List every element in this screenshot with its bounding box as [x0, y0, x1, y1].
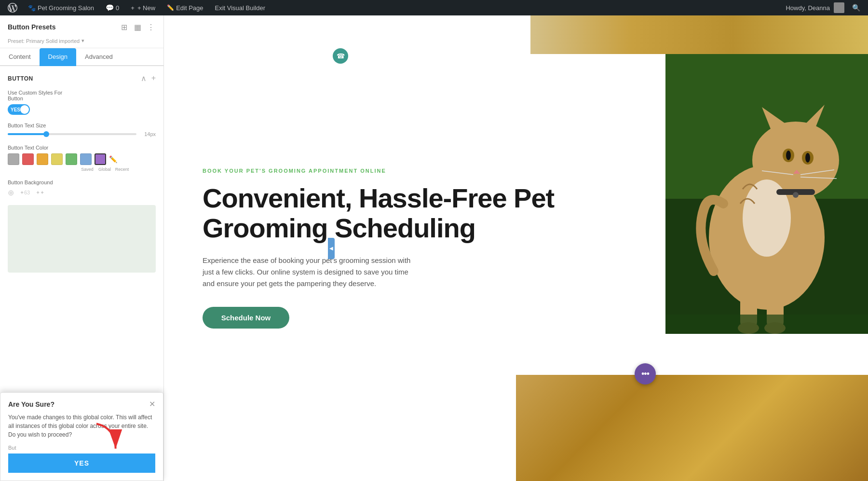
bg-gradient-icon[interactable]: ⊕: [8, 188, 14, 197]
expand-icon[interactable]: ⊞: [119, 22, 129, 32]
color-label-global: Global: [97, 167, 112, 172]
panel-title: Button Presets: [8, 23, 56, 31]
site-name-link[interactable]: 🐾 Pet Grooming Salon: [23, 0, 99, 15]
panel-header: Button Presets ⊞ ▦ ⋮ Preset: Primary Sol…: [0, 15, 163, 48]
color-label-5: [66, 167, 77, 172]
pencil-icon: ✏️: [167, 4, 174, 11]
color-label-1: [8, 167, 19, 172]
confirm-message: You've made changes to this global color…: [8, 413, 155, 439]
cat-svg: [665, 54, 868, 334]
toggle-row: YES: [8, 104, 156, 115]
text-color-field: Button Text Color ✏️: [8, 145, 156, 172]
color-swatch-yellow[interactable]: [51, 153, 63, 165]
fab-dots-icon: •••: [641, 369, 649, 379]
panel-tabs: Content Design Advanced: [0, 48, 163, 66]
section-controls: ∧ +: [141, 74, 156, 83]
comment-icon: 💬: [106, 4, 114, 12]
color-label-4: [51, 167, 63, 172]
toggle-yes-label: YES: [11, 107, 20, 112]
tab-advanced[interactable]: Advanced: [76, 48, 122, 66]
svg-point-10: [805, 153, 810, 163]
color-swatch-gray[interactable]: [8, 153, 19, 165]
yes-confirm-button[interactable]: Yes: [8, 454, 155, 473]
panel-title-row: Button Presets ⊞ ▦ ⋮: [8, 22, 156, 32]
divi-builder-handle[interactable]: ◀: [328, 238, 335, 259]
howdy-text: Howdy, Deanna: [786, 4, 830, 12]
tab-design[interactable]: Design: [40, 48, 76, 66]
confirm-close-button[interactable]: ✕: [149, 400, 155, 408]
wp-icon: [8, 3, 17, 13]
site-favicon: 🐾: [28, 4, 36, 12]
page-tagline: BOOK YOUR PET'S GROOMING APPOINTMENT ONL…: [203, 168, 637, 174]
user-avatar: [834, 2, 844, 13]
button-preview-box: [8, 205, 156, 273]
teal-phone-icon: ☎: [337, 52, 345, 60]
bg-image-bottom: [516, 375, 868, 481]
bg-field: Button Background ⊕ ✦63 ✦✦: [8, 179, 156, 197]
wp-logo-link[interactable]: [4, 0, 21, 15]
bg-value-2: ✦✦: [36, 190, 44, 196]
text-size-value: 14px: [140, 131, 156, 137]
left-panel: Button Presets ⊞ ▦ ⋮ Preset: Primary Sol…: [0, 15, 164, 481]
color-swatch-purple[interactable]: [95, 153, 106, 165]
color-label-2: [22, 167, 34, 172]
color-swatch-orange[interactable]: [37, 153, 48, 165]
bg-label: Button Background: [8, 179, 156, 185]
toggle-knob: [20, 105, 29, 114]
text-size-slider-row: 14px: [8, 131, 156, 137]
section-add-icon[interactable]: +: [151, 74, 156, 83]
comments-count: 0: [116, 4, 119, 12]
schedule-now-button[interactable]: Schedule Now: [203, 307, 289, 329]
new-label: + New: [137, 4, 155, 12]
confirm-button-label-text: But: [8, 445, 155, 451]
edit-page-label: Edit Page: [176, 4, 203, 12]
confirm-dialog-header: Are You Sure? ✕: [8, 400, 155, 408]
confirm-dialog: Are You Sure? ✕ You've made changes to t…: [0, 392, 163, 481]
tab-content-label: Content: [9, 53, 31, 60]
teal-action-button[interactable]: ☎: [333, 48, 348, 64]
fab-button[interactable]: •••: [635, 363, 656, 385]
plus-icon: +: [131, 4, 135, 12]
svg-point-17: [793, 192, 799, 198]
tab-content[interactable]: Content: [0, 48, 40, 66]
preset-dropdown-icon[interactable]: ▾: [81, 38, 84, 44]
grid-icon[interactable]: ▦: [133, 22, 142, 32]
divi-handle-icon: ◀: [329, 246, 333, 251]
text-size-label: Button Text Size: [8, 123, 156, 128]
section-collapse-icon[interactable]: ∧: [141, 74, 147, 83]
color-label-recent: Recent: [115, 167, 129, 172]
exit-builder-link[interactable]: Exit Visual Builder: [210, 0, 271, 15]
custom-styles-toggle[interactable]: YES: [8, 104, 30, 115]
search-icon[interactable]: 🔍: [848, 4, 864, 12]
slider-thumb[interactable]: [43, 131, 49, 137]
svg-rect-22: [665, 315, 868, 334]
preset-label: Preset: Primary Solid imported ▾: [8, 38, 156, 44]
preset-text: Preset: Primary Solid imported: [8, 38, 80, 44]
color-swatch-blue[interactable]: [80, 153, 92, 165]
page-description: Experience the ease of booking your pet'…: [203, 255, 415, 289]
tab-advanced-label: Advanced: [85, 53, 113, 60]
comments-link[interactable]: 💬 0: [101, 0, 124, 15]
color-edit-icon[interactable]: ✏️: [109, 155, 117, 163]
color-swatch-red[interactable]: [22, 153, 34, 165]
exit-builder-label: Exit Visual Builder: [215, 4, 266, 12]
color-swatch-row: ✏️: [8, 153, 156, 165]
text-size-slider-track[interactable]: [8, 133, 136, 135]
text-size-field: Button Text Size 14px: [8, 123, 156, 137]
new-post-link[interactable]: + + New: [126, 0, 160, 15]
edit-page-link[interactable]: ✏️ Edit Page: [162, 0, 208, 15]
admin-bar: 🐾 Pet Grooming Salon 💬 0 + + New ✏️ Edit…: [0, 0, 868, 15]
main-layout: Button Presets ⊞ ▦ ⋮ Preset: Primary Sol…: [0, 15, 868, 481]
text-color-label: Button Text Color: [8, 145, 156, 151]
bg-controls: ⊕ ✦63 ✦✦: [8, 188, 156, 197]
custom-styles-label: Use Custom Styles ForButton: [8, 90, 156, 101]
content-area: BOOK YOUR PET'S GROOMING APPOINTMENT ONL…: [164, 15, 868, 481]
color-labels-row: Saved Global Recent: [8, 167, 156, 172]
confirm-title: Are You Sure?: [8, 400, 54, 408]
tab-design-label: Design: [48, 53, 68, 60]
color-label-3: [37, 167, 48, 172]
color-swatch-green[interactable]: [66, 153, 77, 165]
custom-styles-field: Use Custom Styles ForButton YES: [8, 90, 156, 115]
more-options-icon[interactable]: ⋮: [146, 22, 156, 32]
admin-bar-right: Howdy, Deanna 🔍: [786, 2, 864, 13]
